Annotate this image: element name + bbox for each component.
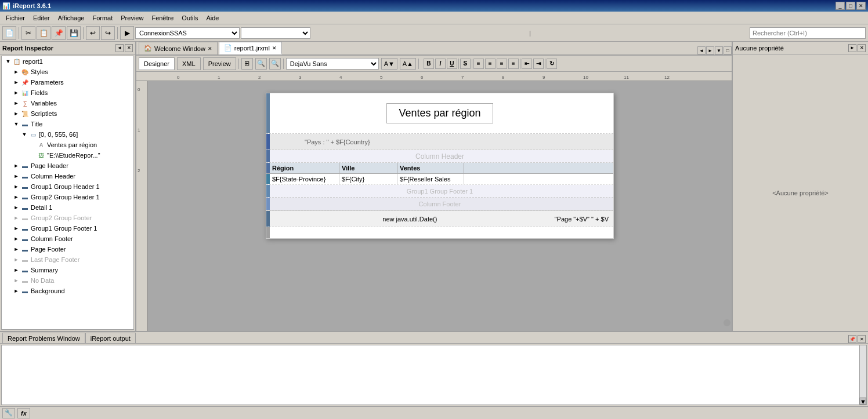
tree-expander-page-footer[interactable]: ►	[12, 245, 20, 253]
tree-item-no-data[interactable]: ► ▬ No Data	[2, 275, 133, 286]
tree-expander-detail1[interactable]: ►	[12, 203, 20, 212]
tree-expander-title-band[interactable]: ▼	[20, 130, 28, 139]
tab-nav-right[interactable]: ►	[706, 46, 714, 54]
welcome-tab-close[interactable]: ✕	[208, 46, 212, 52]
italic-button[interactable]: I	[435, 59, 446, 69]
tab-ireport-output[interactable]: iReport output	[85, 333, 136, 343]
menu-aide[interactable]: Aide	[202, 13, 222, 23]
font-selector[interactable]: DejaVu Sans	[286, 58, 379, 70]
menu-fichier[interactable]: Fichier	[2, 13, 28, 23]
run-button[interactable]: ▶	[120, 26, 134, 40]
menu-format[interactable]: Format	[89, 13, 116, 23]
menu-outils[interactable]: Outils	[178, 13, 201, 23]
tab-nav-down[interactable]: ▼	[715, 46, 723, 54]
tree-item-group1-footer[interactable]: ► ▬ Group1 Group Footer 1	[2, 223, 133, 234]
tree-expander-column-footer[interactable]: ►	[12, 235, 20, 243]
tree-expander-last-page-footer[interactable]: ►	[12, 256, 20, 264]
properties-close-button[interactable]: ✕	[858, 44, 866, 52]
tree-expander-group2-header[interactable]: ►	[12, 193, 20, 201]
connection-selector[interactable]: ConnexionSSAS	[135, 27, 240, 39]
cut-button[interactable]: ✂	[21, 26, 35, 40]
menu-fenetre[interactable]: Fenêtre	[148, 13, 177, 23]
tree-expander-column-header[interactable]: ►	[12, 172, 20, 180]
tree-item-detail1[interactable]: ► ▬ Detail 1	[2, 202, 133, 213]
tab-welcome-window[interactable]: 🏠 Welcome Window ✕	[139, 42, 218, 54]
tree-item-column-footer[interactable]: ► ▬ Column Footer	[2, 234, 133, 244]
tree-item-background[interactable]: ► ▬ Background	[2, 286, 133, 296]
canvas-scroll-area[interactable]: 0 1 2 3 4 5 6 7 8 9 10 11 12	[136, 72, 732, 331]
menu-editer[interactable]: Editer	[30, 13, 53, 23]
inspector-collapse-button[interactable]: ◄	[115, 44, 124, 52]
tree-item-page-header[interactable]: ► ▬ Page Header	[2, 161, 133, 171]
rotation-button[interactable]: ↻	[547, 59, 557, 69]
bottom-pin-button[interactable]: 📌	[848, 335, 856, 343]
tree-expander-no-data[interactable]: ►	[12, 276, 20, 285]
align-center-button[interactable]: ≡	[485, 59, 496, 69]
close-button[interactable]: ✕	[856, 2, 866, 10]
tab-nav-maximize[interactable]: □	[724, 46, 732, 54]
indent-left-button[interactable]: ⇤	[522, 59, 532, 69]
font-size-dec[interactable]: A▼	[381, 58, 397, 70]
strikethrough-button[interactable]: S	[460, 59, 471, 69]
tree-item-group2-footer[interactable]: ► ▬ Group2 Group Footer	[2, 213, 133, 223]
tree-expander-title[interactable]: ▼	[12, 120, 20, 128]
tree-expander-background[interactable]: ►	[12, 287, 20, 295]
minimize-button[interactable]: _	[836, 2, 845, 10]
tree-expander-group1-header[interactable]: ►	[12, 183, 20, 191]
tree-item-fields[interactable]: ► 📊 Fields	[2, 88, 133, 98]
zoom-in-button[interactable]: 🔍	[255, 58, 267, 70]
indent-right-button[interactable]: ⇥	[533, 59, 544, 69]
tree-expander-styles[interactable]: ►	[12, 68, 20, 76]
bottom-close-button[interactable]: ✕	[858, 335, 866, 343]
new-report-button[interactable]: 📄	[2, 26, 16, 40]
tree-item-summary[interactable]: ► ▬ Summary	[2, 265, 133, 275]
save-button[interactable]: 💾	[67, 26, 81, 40]
zoom-fit-button[interactable]: ⊞	[241, 58, 253, 70]
paste-button[interactable]: 📌	[52, 26, 66, 40]
font-size-inc[interactable]: A▲	[400, 58, 416, 70]
xml-tab-btn[interactable]: XML	[177, 57, 201, 70]
tab-report1-jrxml[interactable]: 📄 report1.jrxml ✕	[219, 42, 282, 54]
report-tab-close[interactable]: ✕	[272, 45, 277, 51]
tree-expander-report1[interactable]: ▼	[4, 57, 12, 65]
tree-item-group2-header[interactable]: ► ▬ Group2 Group Header 1	[2, 192, 133, 202]
formula-button[interactable]: fx	[17, 408, 30, 418]
tree-expander-page-header[interactable]: ►	[12, 162, 20, 170]
bottom-scrollbar[interactable]: ▼	[859, 345, 866, 405]
align-left-button[interactable]: ≡	[473, 59, 484, 69]
tree-item-variables[interactable]: ► ∑ Variables	[2, 98, 133, 108]
tab-report-problems[interactable]: Report Problems Window	[2, 333, 85, 343]
designer-tab-btn[interactable]: Designer	[139, 57, 175, 70]
tree-item-title[interactable]: ▼ ▬ Title	[2, 119, 133, 129]
tree-item-group1-header[interactable]: ► ▬ Group1 Group Header 1	[2, 181, 133, 192]
menu-preview[interactable]: Preview	[117, 13, 147, 23]
undo-button[interactable]: ↩	[86, 26, 100, 40]
tree-item-report1[interactable]: ▼ 📋 report1	[2, 56, 133, 67]
menu-affichage[interactable]: Affichage	[55, 13, 88, 23]
tree-item-column-header[interactable]: ► ▬ Column Header	[2, 171, 133, 181]
tree-item-title-band[interactable]: ▼ ▭ [0, 0, 555, 66]	[2, 129, 133, 140]
tab-nav-left[interactable]: ◄	[697, 46, 706, 54]
search-input[interactable]	[750, 27, 866, 39]
report-tree[interactable]: ▼ 📋 report1 ► 🎨 Styles ► 📌 Parameters ► …	[1, 56, 134, 330]
bold-button[interactable]: B	[424, 59, 434, 69]
tree-item-title-image[interactable]: 🖼 "E:\\EtudeRepor..."	[2, 150, 133, 161]
tree-item-last-page-footer[interactable]: ► ▬ Last Page Footer	[2, 254, 133, 265]
align-justify-button[interactable]: ≡	[508, 59, 519, 69]
preview-tab-btn[interactable]: Preview	[203, 57, 236, 70]
align-right-button[interactable]: ≡	[497, 59, 507, 69]
tree-expander-scriptlets[interactable]: ►	[12, 110, 20, 118]
tree-expander-vars[interactable]: ►	[12, 99, 20, 107]
status-icon-button[interactable]: 🔧	[2, 408, 15, 418]
tree-item-parameters[interactable]: ► 📌 Parameters	[2, 77, 133, 88]
tree-expander-group2-footer[interactable]: ►	[12, 214, 20, 222]
tree-expander-fields[interactable]: ►	[12, 89, 20, 97]
inspector-controls[interactable]: ◄ ✕	[115, 44, 133, 52]
tree-item-title-label[interactable]: A Ventes par région	[2, 140, 133, 150]
bottom-scroll-down[interactable]: ▼	[859, 398, 866, 405]
underline-button[interactable]: U	[447, 59, 457, 69]
redo-button[interactable]: ↪	[101, 26, 115, 40]
maximize-button[interactable]: □	[846, 2, 855, 10]
secondary-selector[interactable]	[241, 27, 310, 39]
window-controls[interactable]: _ □ ✕	[836, 2, 866, 10]
